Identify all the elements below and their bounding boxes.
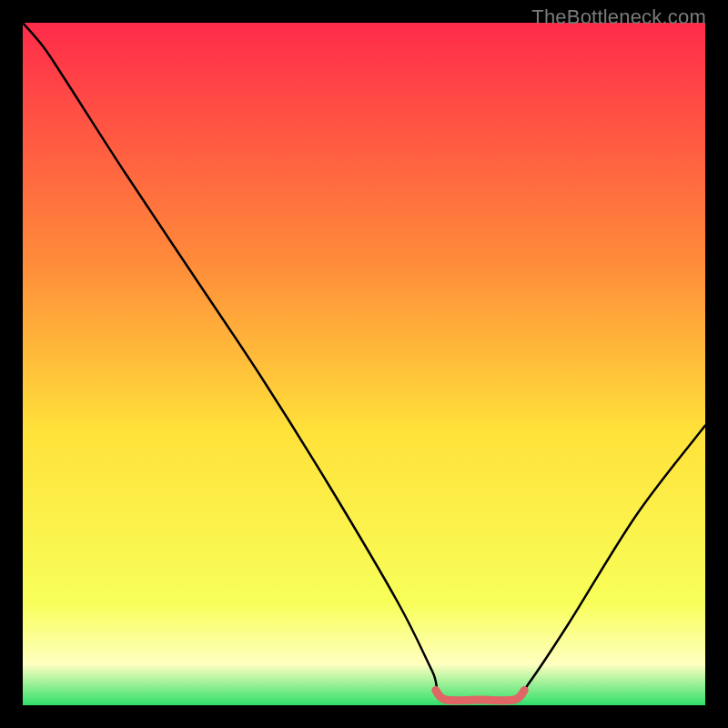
chart-svg [23, 23, 705, 705]
chart-container [23, 23, 705, 705]
watermark-text: TheBottleneck.com [531, 5, 706, 29]
gradient-background [23, 23, 705, 705]
